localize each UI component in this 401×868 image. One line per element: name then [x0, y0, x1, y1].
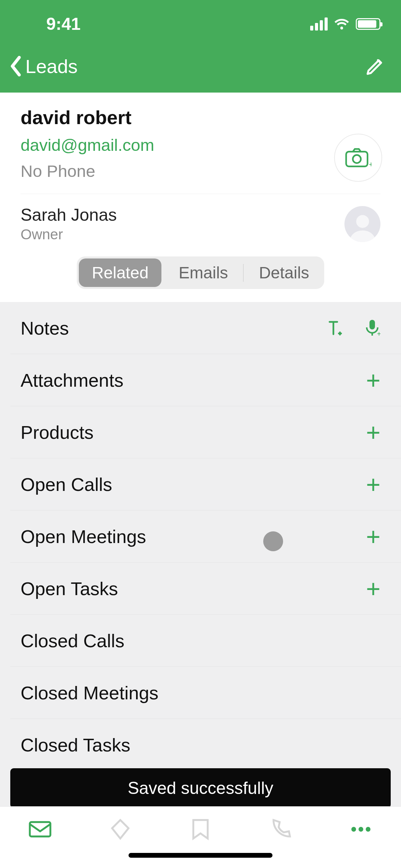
svg-point-9	[366, 827, 370, 832]
app-header: 9:41 Leads	[0, 0, 401, 93]
lead-email[interactable]: david@gmail.com	[21, 135, 380, 155]
section-open-meetings[interactable]: Open Meetings +	[10, 510, 401, 563]
add-product-icon[interactable]: +	[366, 420, 380, 445]
status-time: 9:41	[21, 14, 310, 34]
owner-avatar	[344, 206, 380, 242]
cellular-signal-icon	[310, 17, 328, 31]
svg-point-3	[356, 215, 369, 228]
battery-icon	[356, 18, 380, 30]
status-bar: 9:41	[0, 0, 401, 48]
lead-card: david robert david@gmail.com No Phone + …	[0, 93, 401, 302]
back-label: Leads	[25, 55, 78, 77]
svg-rect-6	[30, 822, 50, 836]
add-attachment-icon[interactable]: +	[366, 368, 380, 393]
add-task-icon[interactable]: +	[366, 576, 380, 601]
bookmark-tab-icon[interactable]	[188, 817, 213, 842]
more-tab-icon[interactable]	[349, 817, 373, 842]
owner-name: Sarah Jonas	[21, 205, 344, 225]
section-label: Open Tasks	[21, 578, 366, 599]
svg-text:+: +	[369, 160, 372, 168]
section-notes[interactable]: Notes +	[10, 302, 401, 354]
status-icons	[310, 17, 380, 31]
add-text-note-icon[interactable]	[325, 319, 343, 337]
section-label: Closed Tasks	[21, 734, 380, 756]
svg-point-1	[353, 155, 361, 163]
home-indicator	[129, 853, 272, 858]
add-photo-button[interactable]: +	[334, 134, 382, 182]
lead-name: david robert	[21, 106, 380, 129]
section-closed-calls[interactable]: Closed Calls	[10, 615, 401, 667]
section-label: Products	[21, 422, 366, 443]
add-voice-note-icon[interactable]: +	[364, 319, 380, 337]
add-call-icon[interactable]: +	[366, 472, 380, 497]
add-meeting-icon[interactable]: +	[366, 524, 380, 549]
owner-row[interactable]: Sarah Jonas Owner	[21, 194, 380, 252]
tag-tab-icon[interactable]	[108, 817, 133, 842]
lead-phone: No Phone	[21, 161, 380, 181]
mail-tab-icon[interactable]	[28, 817, 52, 842]
svg-point-8	[359, 827, 363, 832]
section-products[interactable]: Products +	[10, 406, 401, 458]
section-closed-tasks[interactable]: Closed Tasks	[10, 719, 401, 771]
tab-related[interactable]: Related	[79, 258, 161, 287]
back-button[interactable]: Leads	[10, 55, 78, 77]
tab-emails[interactable]: Emails	[163, 256, 243, 289]
section-label: Attachments	[21, 370, 366, 391]
section-open-calls[interactable]: Open Calls +	[10, 458, 401, 510]
owner-role: Owner	[21, 226, 344, 243]
edit-button[interactable]	[365, 56, 386, 76]
section-attachments[interactable]: Attachments +	[10, 354, 401, 406]
chevron-left-icon	[10, 56, 23, 77]
tabs: Related Emails Details	[21, 252, 380, 299]
section-label: Closed Calls	[21, 630, 380, 651]
cursor-indicator	[263, 531, 283, 551]
bottom-tab-bar	[0, 806, 401, 868]
camera-icon: +	[345, 147, 372, 168]
section-open-tasks[interactable]: Open Tasks +	[10, 563, 401, 615]
toast: Saved successfully	[10, 768, 391, 808]
section-closed-meetings[interactable]: Closed Meetings	[10, 667, 401, 719]
svg-point-7	[351, 827, 356, 832]
toast-message: Saved successfully	[127, 778, 273, 798]
section-label: Open Meetings	[21, 526, 366, 547]
section-label: Notes	[21, 317, 325, 339]
wifi-icon	[334, 18, 350, 30]
svg-text:+: +	[377, 330, 380, 337]
phone-tab-icon[interactable]	[268, 817, 293, 842]
nav-bar: Leads	[0, 48, 401, 93]
svg-rect-4	[369, 320, 375, 329]
section-label: Open Calls	[21, 474, 366, 495]
section-label: Closed Meetings	[21, 682, 380, 703]
svg-rect-0	[346, 152, 367, 166]
tab-details[interactable]: Details	[244, 256, 324, 289]
